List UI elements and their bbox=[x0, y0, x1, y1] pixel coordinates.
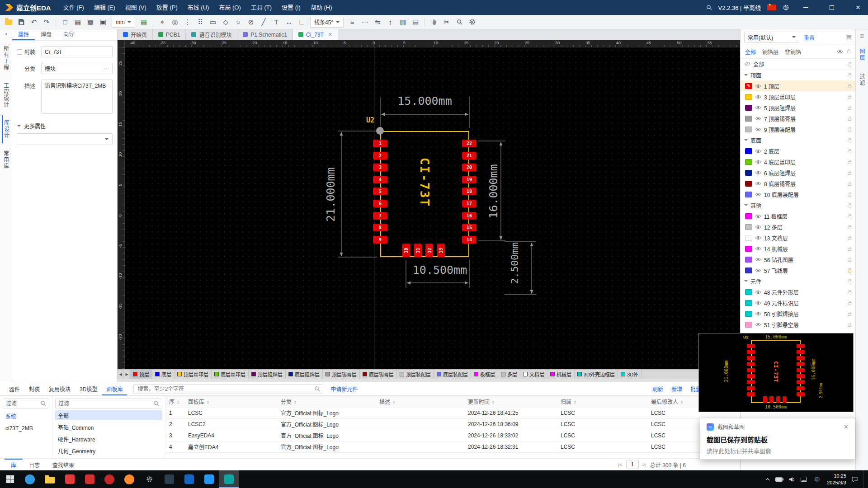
table-header[interactable]: 序 bbox=[165, 396, 184, 407]
pad-7[interactable] bbox=[747, 380, 755, 384]
layer-color-swatch[interactable] bbox=[745, 267, 752, 273]
pad-5[interactable]: 5 bbox=[373, 188, 387, 195]
canvas-layer-tab[interactable]: 顶层丝印层 bbox=[175, 370, 212, 379]
search-icon[interactable] bbox=[706, 5, 712, 10]
battery-icon[interactable] bbox=[775, 477, 783, 482]
layer-group-header[interactable]: 顶面 bbox=[741, 70, 855, 80]
pad-20[interactable] bbox=[797, 356, 805, 360]
eye-icon[interactable] bbox=[755, 290, 761, 294]
eye-icon[interactable] bbox=[755, 258, 761, 262]
eye-icon[interactable] bbox=[755, 312, 761, 316]
canvas-layer-tab[interactable]: 底层阻焊层 bbox=[286, 370, 323, 379]
pad-1[interactable] bbox=[747, 344, 755, 348]
origin-handle[interactable] bbox=[376, 127, 384, 135]
canvas-layer-tab[interactable]: 顶层锡膏层 bbox=[323, 370, 360, 379]
menu-edit[interactable]: 编辑 (E) bbox=[89, 0, 120, 15]
pad-17[interactable]: 17 bbox=[462, 200, 476, 207]
add-button[interactable]: 新增 bbox=[671, 385, 682, 393]
redo-icon[interactable]: ↷ bbox=[41, 16, 52, 28]
canvas-layer-tab[interactable]: 底层 bbox=[152, 370, 175, 379]
lib-tab-3d-models[interactable]: 3D模型 bbox=[75, 382, 102, 395]
array-tool-icon[interactable]: ⠿ bbox=[194, 16, 206, 28]
layer-color-swatch[interactable] bbox=[745, 105, 752, 111]
lock-icon[interactable] bbox=[848, 105, 852, 110]
layer-row[interactable]: 10 底层装配层 bbox=[741, 189, 855, 200]
firefox-icon[interactable] bbox=[119, 470, 139, 488]
lock-icon[interactable] bbox=[848, 202, 852, 208]
canvas-layer-tab[interactable]: 3D外壳边框层 bbox=[575, 370, 618, 379]
layer-row[interactable]: 11 板框层 bbox=[741, 211, 855, 221]
package-checkbox[interactable] bbox=[17, 49, 22, 55]
pad-tool-icon[interactable]: ⌖ bbox=[156, 16, 168, 28]
text-tool-icon[interactable]: T bbox=[270, 16, 282, 28]
request-part-link[interactable]: 申请新元件 bbox=[330, 385, 358, 393]
lock-icon[interactable] bbox=[848, 137, 852, 143]
layer-row[interactable]: 51 引脚悬空层 bbox=[741, 319, 855, 330]
dimension-label-pitch[interactable]: 2.500mm bbox=[509, 233, 520, 294]
pad-5[interactable] bbox=[747, 368, 755, 372]
pad-21[interactable]: 21 bbox=[462, 152, 476, 160]
extra-property-select[interactable] bbox=[17, 133, 113, 145]
menu-file[interactable]: 文件 (F) bbox=[58, 0, 89, 15]
pad-20[interactable]: 20 bbox=[462, 164, 476, 171]
distribute-icon[interactable]: ▤ bbox=[410, 16, 421, 28]
menu-help[interactable]: 帮助 (H) bbox=[306, 0, 337, 15]
table-header[interactable]: 描述 bbox=[376, 396, 464, 407]
pad-19[interactable] bbox=[797, 362, 805, 366]
layer-row[interactable]: 56 钻孔图层 bbox=[741, 254, 855, 265]
eye-icon[interactable] bbox=[755, 95, 761, 99]
snap-grid-icon[interactable]: ▣ bbox=[97, 16, 109, 28]
pad-16[interactable] bbox=[797, 380, 805, 384]
angle-tool-icon[interactable]: ∟ bbox=[296, 16, 307, 28]
ime-indicator[interactable]: 中 bbox=[812, 474, 821, 484]
lock-icon[interactable] bbox=[848, 148, 852, 154]
layer-color-swatch[interactable] bbox=[745, 213, 752, 219]
canvas-layer-tab[interactable]: 底层丝印层 bbox=[212, 370, 249, 379]
eye-icon[interactable] bbox=[755, 171, 761, 175]
collapse-panel-icon[interactable]: ◂ bbox=[5, 31, 7, 36]
pad-13[interactable] bbox=[783, 396, 787, 403]
chevron-up-icon[interactable] bbox=[765, 478, 770, 481]
layer-row[interactable]: ✎1 顶层 bbox=[741, 80, 855, 91]
pad-6[interactable]: 6 bbox=[373, 200, 387, 207]
layer-list-icon[interactable]: ▤ bbox=[846, 34, 852, 41]
pad-11[interactable]: 11 bbox=[414, 244, 422, 257]
edge-icon[interactable] bbox=[20, 470, 40, 488]
lock-icon[interactable] bbox=[848, 235, 852, 240]
pad-2[interactable] bbox=[747, 350, 755, 354]
canvas-layer-tab[interactable]: 顶层阻焊层 bbox=[249, 370, 286, 379]
rail-tab-library-design[interactable]: 库设计 bbox=[2, 115, 10, 143]
jlceda-pro-icon[interactable] bbox=[219, 470, 239, 488]
refdes-label[interactable]: U2 bbox=[366, 116, 374, 124]
gear-icon[interactable] bbox=[783, 4, 789, 11]
canvas-layer-tab[interactable]: 顶层装配层 bbox=[397, 370, 434, 379]
settings-gear-icon[interactable] bbox=[466, 16, 478, 28]
layer-group-header[interactable]: 其他 bbox=[741, 200, 855, 211]
route-mode-icon[interactable]: ≡ bbox=[346, 16, 358, 28]
menu-view[interactable]: 视图 (V) bbox=[120, 0, 151, 15]
bottom-tab-library[interactable]: 库 bbox=[5, 459, 23, 470]
eye-icon[interactable] bbox=[755, 247, 761, 251]
align-icon[interactable]: ▥ bbox=[397, 16, 409, 28]
layer-row[interactable]: 6 底层阻焊层 bbox=[741, 167, 855, 178]
refresh-button[interactable]: 刷新 bbox=[652, 385, 663, 393]
pad-16[interactable]: 16 bbox=[462, 212, 476, 220]
pad-3[interactable]: 3 bbox=[373, 164, 387, 171]
eye-icon[interactable] bbox=[755, 323, 761, 327]
table-row[interactable]: 4嘉立创EDA4官方_Official:图标_Logo2024-12-26 18… bbox=[165, 441, 740, 452]
layer-color-swatch[interactable] bbox=[745, 289, 752, 295]
doc-tab-project[interactable]: 语音识别模块 bbox=[186, 29, 237, 40]
lock-icon[interactable] bbox=[848, 289, 852, 295]
more-options-icon[interactable]: ⋯ bbox=[104, 66, 109, 72]
eye-icon[interactable] bbox=[755, 268, 761, 272]
canvas-layer-tab[interactable]: 机械层 bbox=[547, 370, 575, 379]
class-filter-input[interactable] bbox=[55, 399, 162, 408]
doc-tab-footprint[interactable]: Ci_73T✕ bbox=[293, 29, 338, 40]
category-select[interactable]: 模块⋯ bbox=[41, 63, 113, 74]
tab-pad[interactable]: 焊盘 bbox=[35, 29, 57, 40]
all-layers-row[interactable]: 全部 bbox=[741, 59, 855, 70]
menu-route[interactable]: 布线 (U) bbox=[183, 0, 214, 15]
pad-15[interactable]: 15 bbox=[462, 224, 476, 231]
show-desktop-button[interactable] bbox=[863, 470, 865, 488]
lock-icon[interactable] bbox=[848, 213, 852, 219]
